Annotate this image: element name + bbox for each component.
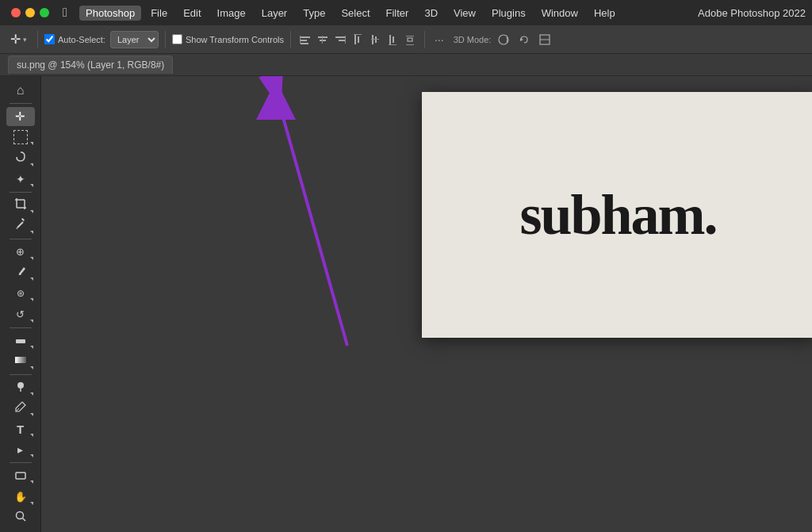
svg-rect-18	[389, 44, 396, 45]
dodge-tool[interactable]	[6, 378, 35, 397]
healing-tool[interactable]: ⊕	[6, 243, 35, 262]
history-brush-tool-icon: ↺	[16, 308, 25, 320]
toolbar-sep-4	[424, 31, 425, 48]
align-top-icon[interactable]	[350, 32, 366, 48]
menu-item-file[interactable]: File	[144, 6, 174, 21]
apple-logo[interactable]: 	[57, 5, 73, 21]
document-canvas: subham.	[422, 92, 812, 338]
svg-rect-19	[406, 36, 414, 36]
crop-tool[interactable]	[6, 196, 35, 215]
svg-marker-43	[256, 80, 296, 120]
home-button[interactable]: ⌂	[6, 81, 35, 100]
zoom-tool-icon	[14, 510, 27, 525]
svg-rect-2	[301, 43, 308, 44]
left-toolbar: ⌂ ✛ ✦	[0, 76, 41, 532]
auto-select-label: Auto-Select:	[58, 35, 105, 44]
pen-tool[interactable]	[6, 399, 35, 418]
magic-wand-tool[interactable]: ✦	[6, 170, 35, 189]
svg-rect-21	[408, 38, 412, 41]
toolbar-sep-3	[290, 31, 291, 48]
maximize-button[interactable]	[40, 8, 49, 17]
brush-tool[interactable]	[6, 263, 35, 282]
tool-sep-4	[10, 327, 32, 328]
align-center-h-icon[interactable]	[315, 32, 331, 48]
menu-item-filter[interactable]: Filter	[380, 6, 416, 21]
svg-rect-9	[345, 36, 346, 44]
align-left-icon[interactable]	[297, 32, 313, 48]
options-toolbar: ✛ ▾ Auto-Select: Layer Group Show Transf…	[0, 25, 812, 54]
svg-rect-17	[393, 36, 394, 43]
eraser-tool-icon	[14, 333, 27, 348]
menu-item-layer[interactable]: Layer	[255, 6, 294, 21]
layer-select[interactable]: Layer Group	[110, 31, 159, 48]
eraser-tool[interactable]	[6, 331, 35, 350]
menu-item-type[interactable]: Type	[297, 6, 331, 21]
tab-bar: su.png @ 154% (Layer 1, RGB/8#)	[0, 54, 812, 76]
more-options-button[interactable]: ···	[431, 32, 447, 48]
type-tool[interactable]: T	[6, 419, 35, 438]
magic-wand-tool-icon: ✦	[16, 173, 25, 186]
lasso-tool-icon	[13, 150, 28, 166]
svg-rect-11	[358, 36, 359, 43]
gradient-tool[interactable]	[6, 352, 35, 371]
path-select-tool[interactable]: ▸	[6, 440, 35, 459]
tool-sep-1	[10, 103, 32, 104]
shape-tool[interactable]	[6, 466, 35, 485]
type-tool-icon: T	[17, 423, 24, 436]
pen-tool-icon	[14, 400, 27, 415]
3d-view-icon[interactable]	[537, 32, 553, 48]
close-button[interactable]	[11, 8, 21, 17]
transform-controls-checkbox[interactable]	[172, 34, 182, 44]
3d-rotate-icon[interactable]	[496, 32, 511, 48]
menu-item-view[interactable]: View	[447, 6, 482, 21]
tool-sep-6	[10, 462, 32, 463]
move-tool[interactable]: ✛	[6, 107, 35, 126]
move-icon-chevron: ▾	[23, 36, 27, 44]
marquee-tool[interactable]	[6, 128, 35, 147]
auto-select-group: Auto-Select:	[44, 34, 105, 44]
svg-rect-0	[301, 36, 310, 38]
toolbar-sep-2	[165, 31, 166, 48]
svg-point-22	[499, 35, 508, 44]
crop-tool-icon	[14, 197, 27, 212]
menu-item-edit[interactable]: Edit	[177, 6, 207, 21]
menu-item-help[interactable]: Help	[588, 6, 622, 21]
eyedropper-tool-icon	[14, 218, 27, 233]
menu-item-select[interactable]: Select	[335, 6, 376, 21]
menu-item-photoshop[interactable]: Photoshop	[79, 6, 141, 21]
svg-line-31	[17, 222, 23, 228]
auto-select-checkbox[interactable]	[44, 34, 55, 44]
history-brush-tool[interactable]: ↺	[6, 304, 35, 323]
svg-rect-34	[15, 357, 26, 363]
align-center-v-icon[interactable]	[367, 32, 383, 48]
eyedropper-tool[interactable]	[6, 216, 35, 235]
minimize-button[interactable]	[25, 8, 35, 17]
menu-bar:  Photoshop File Edit Image Layer Type S…	[0, 0, 812, 25]
menu-item-image[interactable]: Image	[211, 6, 252, 21]
stamp-tool[interactable]: ⊛	[6, 284, 35, 303]
zoom-tool[interactable]	[6, 508, 35, 527]
hand-tool[interactable]: ✋	[6, 487, 35, 506]
svg-rect-3	[300, 36, 301, 44]
tool-sep-3	[10, 239, 32, 239]
svg-rect-33	[16, 339, 25, 343]
menu-item-window[interactable]: Window	[535, 6, 584, 21]
svg-rect-16	[389, 35, 391, 44]
document-tab[interactable]: su.png @ 154% (Layer 1, RGB/8#)	[8, 55, 173, 74]
move-icon: ✛	[10, 32, 21, 47]
app-title: Adobe Photoshop 2022	[698, 7, 806, 19]
main-area: ⌂ ✛ ✦	[0, 76, 812, 532]
menu-item-3d[interactable]: 3D	[418, 6, 444, 21]
gradient-tool-icon	[14, 354, 27, 369]
distribute-v-icon[interactable]	[402, 32, 418, 48]
menu-item-plugins[interactable]: Plugins	[485, 6, 532, 21]
svg-rect-8	[339, 40, 345, 41]
move-tool-options[interactable]: ✛ ▾	[6, 29, 31, 49]
align-icons-group	[297, 32, 418, 48]
brush-tool-icon	[14, 266, 27, 281]
3d-undo-icon[interactable]	[516, 32, 532, 48]
svg-marker-32	[16, 228, 17, 229]
lasso-tool[interactable]	[6, 148, 35, 167]
align-bottom-icon[interactable]	[385, 32, 400, 48]
align-right-icon[interactable]	[332, 32, 348, 48]
